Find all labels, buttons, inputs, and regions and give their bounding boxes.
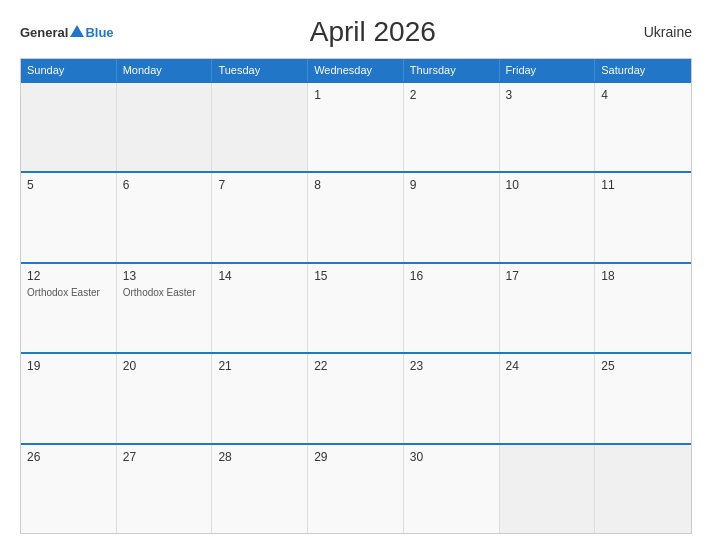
table-row: 29 — [308, 445, 404, 533]
day-number: 17 — [506, 269, 589, 283]
table-row: 10 — [500, 173, 596, 261]
table-row: 28 — [212, 445, 308, 533]
header: General Blue April 2026 Ukraine — [20, 16, 692, 48]
day-number: 18 — [601, 269, 685, 283]
table-row: 9 — [404, 173, 500, 261]
table-row: 3 — [500, 83, 596, 171]
calendar-title: April 2026 — [114, 16, 632, 48]
day-number: 30 — [410, 450, 493, 464]
table-row: 11 — [595, 173, 691, 261]
table-row: 20 — [117, 354, 213, 442]
table-row — [500, 445, 596, 533]
table-row: 5 — [21, 173, 117, 261]
day-number: 15 — [314, 269, 397, 283]
table-row — [117, 83, 213, 171]
day-number: 26 — [27, 450, 110, 464]
table-row: 8 — [308, 173, 404, 261]
day-number: 12 — [27, 269, 110, 283]
day-number: 19 — [27, 359, 110, 373]
logo: General Blue — [20, 25, 114, 40]
day-number: 21 — [218, 359, 301, 373]
table-row: 27 — [117, 445, 213, 533]
table-row: 26 — [21, 445, 117, 533]
table-row: 16 — [404, 264, 500, 352]
day-number: 20 — [123, 359, 206, 373]
day-number: 2 — [410, 88, 493, 102]
table-row: 15 — [308, 264, 404, 352]
calendar-header-row: Sunday Monday Tuesday Wednesday Thursday… — [21, 59, 691, 81]
day-number: 27 — [123, 450, 206, 464]
table-row — [212, 83, 308, 171]
page: General Blue April 2026 Ukraine Sunday M… — [0, 0, 712, 550]
day-number: 9 — [410, 178, 493, 192]
logo-general-text: General — [20, 25, 68, 40]
day-number: 4 — [601, 88, 685, 102]
table-row: 25 — [595, 354, 691, 442]
calendar-week-4: 19202122232425 — [21, 352, 691, 442]
table-row: 17 — [500, 264, 596, 352]
table-row: 13Orthodox Easter — [117, 264, 213, 352]
table-row: 18 — [595, 264, 691, 352]
table-row: 14 — [212, 264, 308, 352]
table-row: 21 — [212, 354, 308, 442]
table-row: 4 — [595, 83, 691, 171]
col-wednesday: Wednesday — [308, 59, 404, 81]
day-number: 22 — [314, 359, 397, 373]
day-number: 1 — [314, 88, 397, 102]
calendar: Sunday Monday Tuesday Wednesday Thursday… — [20, 58, 692, 534]
calendar-body: 123456789101112Orthodox Easter13Orthodox… — [21, 81, 691, 533]
day-number: 24 — [506, 359, 589, 373]
table-row: 6 — [117, 173, 213, 261]
logo-blue-text: Blue — [85, 25, 113, 40]
table-row: 12Orthodox Easter — [21, 264, 117, 352]
day-number: 13 — [123, 269, 206, 283]
day-number: 16 — [410, 269, 493, 283]
table-row: 2 — [404, 83, 500, 171]
day-number: 6 — [123, 178, 206, 192]
col-monday: Monday — [117, 59, 213, 81]
calendar-week-5: 2627282930 — [21, 443, 691, 533]
logo-triangle-icon — [70, 25, 84, 37]
day-number: 7 — [218, 178, 301, 192]
day-number: 11 — [601, 178, 685, 192]
day-number: 10 — [506, 178, 589, 192]
calendar-week-2: 567891011 — [21, 171, 691, 261]
calendar-week-1: 1234 — [21, 81, 691, 171]
col-sunday: Sunday — [21, 59, 117, 81]
day-number: 28 — [218, 450, 301, 464]
day-number: 29 — [314, 450, 397, 464]
event-label: Orthodox Easter — [123, 286, 206, 299]
col-tuesday: Tuesday — [212, 59, 308, 81]
table-row: 22 — [308, 354, 404, 442]
table-row: 1 — [308, 83, 404, 171]
day-number: 3 — [506, 88, 589, 102]
col-saturday: Saturday — [595, 59, 691, 81]
calendar-week-3: 12Orthodox Easter13Orthodox Easter141516… — [21, 262, 691, 352]
table-row: 23 — [404, 354, 500, 442]
country-label: Ukraine — [632, 24, 692, 40]
table-row — [595, 445, 691, 533]
day-number: 25 — [601, 359, 685, 373]
table-row — [21, 83, 117, 171]
table-row: 30 — [404, 445, 500, 533]
day-number: 8 — [314, 178, 397, 192]
day-number: 5 — [27, 178, 110, 192]
table-row: 19 — [21, 354, 117, 442]
table-row: 24 — [500, 354, 596, 442]
table-row: 7 — [212, 173, 308, 261]
col-thursday: Thursday — [404, 59, 500, 81]
event-label: Orthodox Easter — [27, 286, 110, 299]
col-friday: Friday — [500, 59, 596, 81]
day-number: 14 — [218, 269, 301, 283]
day-number: 23 — [410, 359, 493, 373]
